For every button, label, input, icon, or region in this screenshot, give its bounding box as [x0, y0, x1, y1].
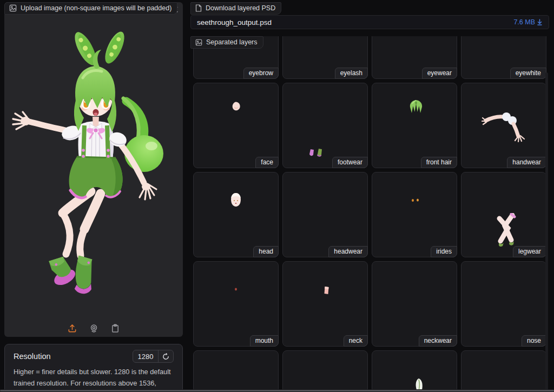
- layer-label: neck: [344, 335, 368, 347]
- resolution-description: Higher = finer details but slower. 1280 …: [14, 367, 174, 392]
- separated-layers-label: Separated layers: [190, 36, 263, 49]
- uploaded-character-image: [4, 17, 183, 320]
- layers-grid: eyebrow eyelash eyewear eyewhite face: [193, 36, 546, 392]
- handwear-layer-thumbnail: [482, 110, 527, 143]
- layer-cell-irides[interactable]: irides: [372, 172, 457, 257]
- layer-cell-eyewear[interactable]: eyewear: [372, 36, 457, 79]
- layer-cell-legwear[interactable]: legwear: [461, 172, 546, 257]
- layer-label: eyelash: [335, 68, 368, 79]
- image-icon: [195, 39, 202, 46]
- irides-layer-thumbnail: [411, 198, 420, 202]
- app-window: Upload image (non-square images will be …: [0, 0, 554, 392]
- layer-cell-headwear[interactable]: headwear: [282, 172, 368, 257]
- upload-image-label-text: Upload image (non-square images will be …: [21, 4, 172, 12]
- layer-label: headwear: [328, 246, 368, 257]
- webcam-source-button[interactable]: [89, 323, 99, 334]
- layer-label: footwear: [332, 157, 368, 168]
- layer-cell-neck[interactable]: neck: [282, 261, 368, 347]
- layer-label: eyewhite: [510, 68, 546, 79]
- horizontal-scrollbar[interactable]: [0, 390, 554, 391]
- layer-cell-extra-3[interactable]: [372, 350, 457, 392]
- resolution-panel: Resolution Higher = finer details but sl…: [4, 344, 183, 392]
- image-icon: [9, 4, 17, 12]
- layer-label: front hair: [421, 157, 457, 168]
- neck-layer-thumbnail: [324, 286, 329, 295]
- layer-cell-face[interactable]: face: [193, 83, 279, 168]
- layer-label: neckwear: [419, 335, 457, 347]
- separated-layers-gallery: Separated layers eyebrow eyelash eyewear…: [190, 36, 549, 392]
- horizontal-scrollbar-track: [0, 389, 554, 392]
- download-psd-label-text: Download layered PSD: [206, 4, 275, 12]
- layer-label: head: [253, 246, 279, 257]
- layer-label: eyewear: [422, 68, 457, 79]
- layer-cell-neckwear[interactable]: neckwear: [372, 261, 457, 347]
- layer-label: mouth: [250, 335, 279, 347]
- psd-file-name: seethrough_output.psd: [197, 18, 272, 26]
- resolution-title: Resolution: [14, 352, 51, 361]
- reset-resolution-button[interactable]: [159, 350, 173, 362]
- gallery-vertical-scrollbar[interactable]: [545, 72, 548, 392]
- face-layer-thumbnail: [231, 101, 241, 111]
- layer-cell-eyelash[interactable]: eyelash: [282, 36, 368, 79]
- download-icon: [537, 19, 543, 25]
- layer-cell-mouth[interactable]: mouth: [193, 261, 279, 347]
- layer-cell-extra-4[interactable]: [461, 350, 546, 392]
- layer-label: nose: [522, 335, 546, 347]
- resolution-input-group: [133, 350, 174, 363]
- layer-label: handwear: [507, 157, 546, 168]
- front-hair-layer-thumbnail: [408, 99, 424, 114]
- layer-cell-nose[interactable]: nose: [461, 261, 546, 347]
- mouth-layer-thumbnail: [234, 288, 238, 291]
- download-psd-label: Download layered PSD: [190, 2, 281, 15]
- image-source-row: [4, 323, 183, 334]
- separated-layers-label-text: Separated layers: [206, 38, 258, 46]
- layer-label: eyebrow: [243, 68, 279, 79]
- layer-label: legwear: [513, 246, 546, 257]
- upload-source-button[interactable]: [67, 323, 77, 334]
- layer-cell-extra-2[interactable]: [282, 350, 368, 392]
- layer-cell-head[interactable]: head: [193, 172, 279, 257]
- layer-cell-footwear[interactable]: footwear: [282, 83, 368, 168]
- clipboard-source-button[interactable]: [110, 323, 120, 334]
- file-icon: [195, 4, 202, 12]
- layer-label: face: [255, 157, 279, 168]
- upload-image-panel: Upload image (non-square images will be …: [4, 2, 183, 337]
- footwear-layer-thumbnail: [309, 148, 324, 157]
- psd-file-row: seethrough_output.psd 7.6 MB: [190, 15, 549, 29]
- layer-cell-eyewhite[interactable]: eyewhite: [461, 36, 546, 79]
- layer-cell-front-hair[interactable]: front hair: [372, 83, 457, 168]
- head-layer-thumbnail: [229, 192, 242, 207]
- legwear-layer-thumbnail: [492, 213, 520, 248]
- layer-cell-handwear[interactable]: handwear: [461, 83, 546, 168]
- layer-cell-extra-1[interactable]: [193, 350, 279, 392]
- layer-label: irides: [431, 246, 457, 257]
- psd-download-link[interactable]: 7.6 MB: [513, 18, 543, 26]
- psd-file-size: 7.6 MB: [513, 18, 535, 26]
- resolution-input[interactable]: [133, 350, 158, 362]
- upload-image-label: Upload image (non-square images will be …: [4, 2, 177, 15]
